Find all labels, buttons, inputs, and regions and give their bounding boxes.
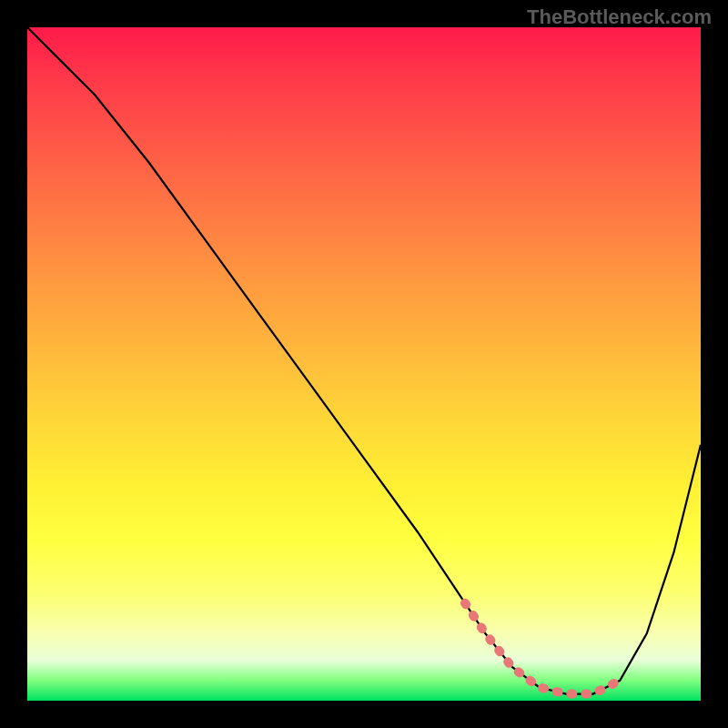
optimal-range-highlight (465, 603, 620, 694)
watermark-text: TheBottleneck.com (527, 5, 712, 29)
bottleneck-curve (27, 27, 701, 694)
plot-area (27, 27, 701, 701)
chart-svg (27, 27, 701, 701)
